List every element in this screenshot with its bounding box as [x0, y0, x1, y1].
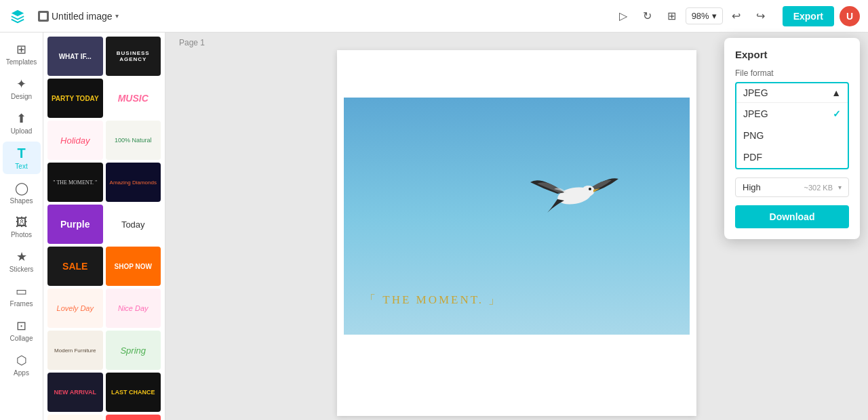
template-label: 100% Natural	[115, 137, 152, 144]
template-item[interactable]: Lovely Day	[47, 289, 103, 328]
format-option-png-label: PNG	[743, 130, 764, 141]
template-item[interactable]: " THE MOMENT. "	[47, 163, 103, 202]
sidebar-item-stickers[interactable]: ★ Stickers	[3, 245, 41, 277]
download-button[interactable]: Download	[735, 205, 849, 228]
format-option-png[interactable]: PNG	[736, 125, 848, 146]
template-item[interactable]: Purple	[47, 205, 103, 244]
account-avatar[interactable]: U	[840, 6, 860, 26]
template-label: WHAT IF...	[56, 50, 94, 63]
template-item[interactable]: 100% Natural	[106, 121, 161, 160]
template-item[interactable]: MUSIC	[106, 79, 161, 118]
top-white-area	[337, 50, 696, 98]
collage-label: Collage	[10, 335, 33, 342]
sky-background: 「 THE MOMENT. 」	[344, 98, 690, 335]
quality-section: High ~302 KB ▾	[735, 177, 849, 197]
templates-icon: ⊞	[16, 42, 26, 57]
template-label: LAST CHANCE	[111, 389, 155, 396]
export-button[interactable]: Export	[783, 6, 834, 26]
checkmark-icon: ✓	[833, 108, 841, 119]
title-chevron-icon: ▾	[115, 12, 119, 20]
apps-icon: ⬡	[16, 353, 27, 368]
topbar-right: Export U	[783, 6, 860, 26]
template-label: SALE	[62, 261, 87, 272]
export-panel: Export File format JPEG ▲ JPEG ✓ PNG PDF…	[724, 38, 860, 239]
template-label: " THE MOMENT. "	[53, 180, 97, 186]
export-panel-title: Export	[735, 49, 849, 60]
document-title-area[interactable]: Untitled image ▾	[33, 8, 124, 24]
upload-icon: ⬆	[16, 111, 26, 126]
template-item[interactable]: SALE	[47, 247, 103, 286]
design-icon: ✦	[16, 77, 26, 91]
template-grid: WHAT IF... BUSINESS AGENCY PARTY TODAY M…	[43, 33, 165, 420]
template-item[interactable]: Spring	[106, 331, 161, 370]
sidebar-item-apps[interactable]: ⬡ Apps	[3, 349, 41, 381]
frames-icon: ▭	[16, 284, 27, 299]
format-dropdown: JPEG ✓ PNG PDF	[736, 102, 848, 168]
topbar: Untitled image ▾ ▷ ↻ ⊞ 98% ▾ ↩ ↪ Export …	[0, 0, 868, 33]
format-chevron-up-icon: ▲	[831, 87, 841, 98]
canvas-content: 「 THE MOMENT. 」	[337, 50, 696, 416]
text-label: Text	[15, 163, 27, 170]
photos-icon: 🖼	[16, 215, 28, 230]
canvas[interactable]: 「 THE MOMENT. 」	[337, 50, 696, 416]
template-item[interactable]: Nice Day	[106, 289, 161, 328]
template-item[interactable]: LAST CHANCE	[106, 373, 161, 412]
template-label: Spring	[120, 345, 146, 356]
format-option-pdf[interactable]: PDF	[736, 146, 848, 168]
templates-label: Templates	[6, 58, 37, 66]
template-item[interactable]: Today	[106, 205, 161, 244]
undo-button[interactable]: ↩	[726, 5, 747, 27]
template-item[interactable]: WHAT IF...	[47, 37, 103, 76]
template-item[interactable]: Amazing Diamonds	[106, 163, 161, 202]
layout-button[interactable]: ⊞	[661, 5, 683, 27]
template-label: MUSIC	[118, 93, 149, 104]
sidebar-item-collage[interactable]: ⊡ Collage	[3, 314, 41, 346]
stickers-icon: ★	[16, 249, 27, 264]
template-item[interactable]: NEW ARRIVAL	[47, 373, 103, 412]
sidebar-item-templates[interactable]: ⊞ Templates	[3, 38, 41, 70]
apps-label: Apps	[14, 369, 29, 377]
svg-rect-0	[40, 13, 47, 20]
quality-row[interactable]: High ~302 KB ▾	[735, 177, 849, 197]
play-button[interactable]: ▷	[612, 5, 634, 27]
sidebar-item-text[interactable]: T Text	[3, 142, 41, 174]
canvas-text-overlay[interactable]: 「 THE MOMENT. 」	[364, 292, 502, 308]
template-label: PARTY TODAY	[52, 95, 99, 102]
canvas-image-area: 「 THE MOMENT. 」	[344, 98, 690, 335]
sidebar-icons: ⊞ Templates ✦ Design ⬆ Upload T Text ◯ S…	[0, 33, 43, 420]
format-option-jpeg-label: JPEG	[743, 108, 768, 119]
format-option-jpeg[interactable]: JPEG ✓	[736, 103, 848, 125]
upload-label: Upload	[11, 127, 33, 135]
template-item[interactable]: Foodie	[47, 415, 103, 420]
sidebar-item-frames[interactable]: ▭ Frames	[3, 280, 41, 312]
design-label: Design	[11, 93, 32, 100]
svg-point-3	[589, 188, 591, 190]
redo-button[interactable]: ↪	[750, 5, 772, 27]
document-title: Untitled image	[52, 11, 113, 22]
template-label: Amazing Diamonds	[110, 180, 157, 186]
template-label: BUSINESS AGENCY	[106, 50, 161, 62]
left-panel: WHAT IF... BUSINESS AGENCY PARTY TODAY M…	[43, 33, 165, 420]
shapes-icon: ◯	[15, 181, 28, 196]
app-logo[interactable]	[8, 7, 27, 26]
toolbar-tools: ▷ ↻ ⊞ 98% ▾ ↩ ↪	[612, 5, 772, 27]
sidebar-item-photos[interactable]: 🖼 Photos	[3, 211, 41, 243]
template-item[interactable]: Modern Furniture	[47, 331, 103, 370]
sidebar-item-upload[interactable]: ⬆ Upload	[3, 107, 41, 139]
sidebar-item-design[interactable]: ✦ Design	[3, 72, 41, 104]
template-item[interactable]: Holiday	[47, 121, 103, 160]
template-item[interactable]: SALE	[106, 415, 161, 420]
bird-svg	[527, 165, 622, 219]
text-icon: T	[17, 146, 25, 161]
sidebar-item-shapes[interactable]: ◯ Shapes	[3, 177, 41, 209]
template-item[interactable]: PARTY TODAY	[47, 79, 103, 118]
template-label: Holiday	[60, 135, 90, 146]
format-select-display[interactable]: JPEG ▲	[736, 83, 848, 102]
refresh-button[interactable]: ↻	[637, 5, 658, 27]
zoom-control[interactable]: 98% ▾	[686, 7, 723, 24]
template-item[interactable]: BUSINESS AGENCY	[106, 37, 161, 76]
shapes-label: Shapes	[10, 197, 33, 205]
template-item[interactable]: SHOP NOW	[106, 247, 161, 286]
bird-image	[527, 165, 622, 222]
template-label: SHOP NOW	[115, 263, 152, 270]
